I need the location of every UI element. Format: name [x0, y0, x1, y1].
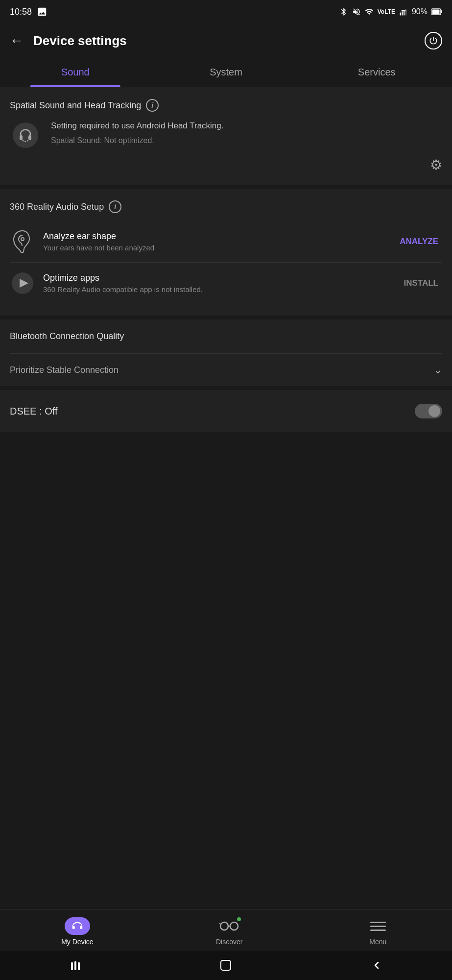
signal-icon	[399, 7, 408, 16]
ear-shape-subtitle: Your ears have not been analyzed	[43, 244, 388, 252]
svg-rect-16	[370, 922, 386, 923]
optimize-apps-item: Optimize apps 360 Reality Audio compatib…	[10, 263, 442, 304]
battery-text: 90%	[412, 7, 428, 16]
optimize-apps-subtitle: 360 Reality Audio compatible app is not …	[43, 285, 392, 294]
svg-rect-17	[370, 926, 386, 927]
svg-rect-3	[405, 9, 406, 16]
back-button[interactable]: ←	[10, 33, 24, 49]
svg-point-10	[21, 238, 24, 241]
photo-icon	[37, 6, 48, 17]
analyze-button[interactable]: ANALYZE	[396, 237, 442, 246]
reality-info-icon[interactable]: i	[109, 200, 121, 213]
discover-notification-dot	[237, 917, 241, 921]
reality-section-title: 360 Reality Audio Setup i	[10, 200, 442, 213]
svg-rect-6	[441, 10, 442, 13]
status-time: 10:58	[10, 7, 32, 17]
power-icon	[428, 36, 438, 46]
status-icons: VoLTE 90%	[339, 7, 442, 16]
settings-gear-icon[interactable]: ⚙	[430, 157, 442, 173]
status-bar: 10:58 VoLTE 90%	[0, 0, 452, 24]
mute-icon	[352, 7, 361, 16]
svg-point-7	[13, 122, 38, 148]
tab-system[interactable]: System	[151, 58, 302, 87]
back-nav-button[interactable]	[362, 956, 391, 975]
analyze-ear-item: Analyze ear shape Your ears have not bee…	[10, 221, 442, 263]
status-time-area: 10:58	[10, 6, 48, 17]
connection-dropdown-label: Prioritize Stable Connection	[10, 365, 119, 375]
nav-item-menu[interactable]: Menu	[365, 917, 391, 946]
system-nav-bar	[0, 951, 452, 980]
svg-rect-1	[402, 11, 403, 15]
connection-dropdown-row[interactable]: Prioritize Stable Connection ⌄	[10, 353, 442, 386]
bluetooth-title: Bluetooth Connection Quality	[10, 331, 442, 342]
spatial-sound-section: Spatial Sound and Head Tracking i Settin…	[0, 87, 452, 185]
mydevice-icon	[71, 921, 83, 931]
mydevice-icon-wrap	[65, 917, 90, 935]
spatial-content: Setting required to use Android Head Tra…	[10, 120, 442, 151]
page-title: Device settings	[33, 33, 425, 49]
dsee-section: DSEE : Off	[0, 390, 452, 432]
home-button[interactable]	[211, 956, 240, 975]
bluetooth-section: Bluetooth Connection Quality Prioritize …	[0, 319, 452, 386]
recent-apps-button[interactable]	[61, 956, 90, 975]
optimize-apps-text: Optimize apps 360 Reality Audio compatib…	[43, 273, 392, 294]
play-icon	[10, 270, 35, 296]
wifi-icon	[365, 7, 374, 16]
discover-icon-wrap	[216, 917, 242, 935]
power-button[interactable]	[425, 32, 442, 49]
tabs-bar: Sound System Services	[0, 58, 452, 87]
nav-item-mydevice[interactable]: My Device	[61, 917, 93, 946]
svg-rect-9	[28, 135, 31, 140]
ear-shape-title: Analyze ear shape	[43, 231, 388, 242]
svg-rect-21	[78, 962, 80, 970]
nav-item-discover[interactable]: Discover	[216, 917, 242, 946]
spatial-text: Setting required to use Android Head Tra…	[51, 120, 442, 145]
dsee-label: DSEE : Off	[10, 406, 57, 417]
dsee-toggle[interactable]	[415, 404, 442, 418]
spatial-main-text: Setting required to use Android Head Tra…	[51, 120, 442, 132]
svg-rect-20	[74, 961, 76, 970]
menu-label: Menu	[369, 938, 386, 946]
svg-rect-5	[432, 10, 440, 14]
menu-icon-wrap	[365, 917, 391, 935]
ear-shape-text: Analyze ear shape Your ears have not bee…	[43, 231, 388, 252]
svg-rect-0	[400, 13, 401, 16]
svg-point-14	[220, 922, 228, 930]
chevron-down-icon[interactable]: ⌄	[433, 364, 442, 376]
ear-icon	[10, 229, 35, 254]
spatial-section-title: Spatial Sound and Head Tracking i	[10, 99, 442, 112]
spatial-info-icon[interactable]: i	[146, 99, 159, 112]
svg-point-15	[230, 922, 238, 930]
tab-services[interactable]: Services	[301, 58, 452, 87]
gear-row: ⚙	[10, 157, 442, 173]
mydevice-label: My Device	[61, 938, 93, 946]
tab-sound[interactable]: Sound	[0, 58, 151, 87]
header: ← Device settings	[0, 24, 452, 58]
headphone-icon	[10, 120, 41, 151]
svg-rect-8	[20, 135, 23, 140]
svg-rect-22	[221, 960, 231, 970]
svg-rect-18	[370, 930, 386, 931]
bottom-nav: My Device Discover Menu	[0, 909, 452, 951]
battery-icon	[431, 8, 442, 15]
svg-rect-2	[404, 10, 404, 16]
install-button[interactable]: INSTALL	[400, 278, 442, 288]
discover-label: Discover	[216, 938, 242, 946]
discover-icon	[219, 919, 239, 933]
reality-audio-section: 360 Reality Audio Setup i Analyze ear sh…	[0, 189, 452, 316]
spatial-sub-text: Spatial Sound: Not optimized.	[51, 136, 442, 145]
optimize-apps-title: Optimize apps	[43, 273, 392, 283]
svg-rect-19	[71, 962, 73, 970]
bluetooth-icon	[339, 7, 348, 16]
lte-icon: VoLTE	[378, 8, 395, 15]
menu-icon	[370, 920, 386, 932]
svg-point-13	[76, 926, 78, 928]
